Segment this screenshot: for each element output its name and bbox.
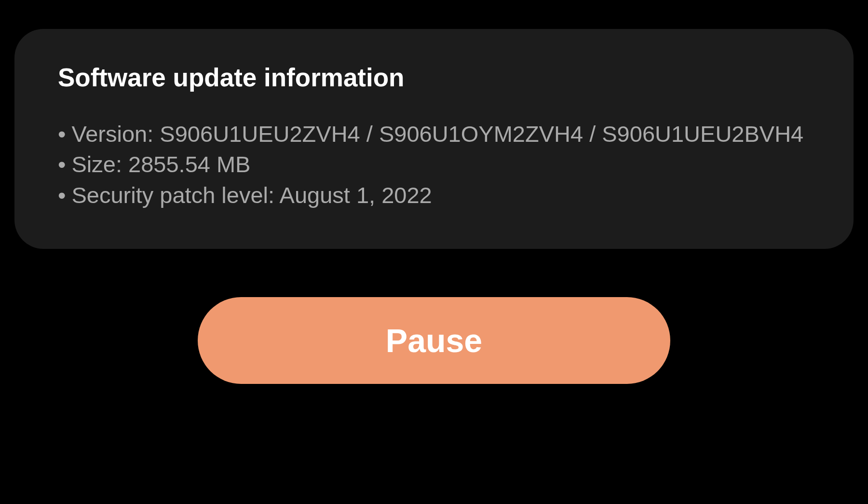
update-info-list: • Version: S906U1UEU2ZVH4 / S906U1OYM2ZV… <box>58 119 810 210</box>
update-info-card: Software update information • Version: S… <box>14 29 854 249</box>
card-title: Software update information <box>58 63 810 92</box>
bullet-icon: • <box>58 119 66 149</box>
bullet-icon: • <box>58 149 66 179</box>
security-text: Security patch level: August 1, 2022 <box>71 180 810 210</box>
pause-button[interactable]: Pause <box>198 297 670 384</box>
version-text: Version: S906U1UEU2ZVH4 / S906U1OYM2ZVH4… <box>71 119 810 149</box>
version-item: • Version: S906U1UEU2ZVH4 / S906U1OYM2ZV… <box>58 119 810 149</box>
bullet-icon: • <box>58 180 66 210</box>
security-patch-item: • Security patch level: August 1, 2022 <box>58 180 810 210</box>
size-text: Size: 2855.54 MB <box>71 149 810 179</box>
size-item: • Size: 2855.54 MB <box>58 149 810 179</box>
